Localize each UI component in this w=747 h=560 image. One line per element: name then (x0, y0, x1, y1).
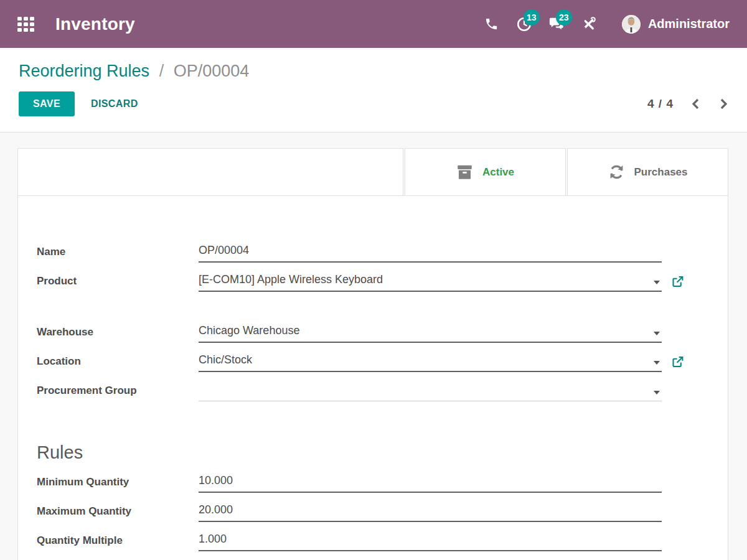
field-row-procurement-group: Procurement Group (37, 372, 728, 401)
product-label: Product (37, 275, 199, 292)
purchases-stat-button[interactable]: Purchases (567, 148, 728, 196)
field-row-location: Location Chic/Stock (37, 343, 728, 372)
pager: 4 / 4 (647, 97, 728, 111)
user-menu[interactable]: Administrator (622, 15, 730, 34)
product-external-link-icon[interactable] (671, 275, 684, 288)
user-name: Administrator (648, 17, 730, 31)
quantity-multiple-input[interactable]: 1.000 (199, 533, 662, 551)
refresh-icon (608, 164, 625, 180)
inventory-app-page: Inventory 13 23 (0, 0, 747, 560)
warehouse-input[interactable]: Chicago Warehouse (199, 324, 662, 343)
location-dropdown-caret-icon[interactable] (654, 361, 660, 365)
maximum-quantity-input[interactable]: 20.000 (199, 503, 662, 522)
phone-icon[interactable] (481, 12, 502, 37)
warehouse-label: Warehouse (37, 326, 199, 343)
pager-count: 4 / 4 (647, 97, 674, 111)
location-label: Location (37, 355, 199, 372)
quantity-multiple-label: Quantity Multiple (37, 534, 199, 551)
save-button[interactable]: SAVE (19, 91, 75, 116)
field-row-warehouse: Warehouse Chicago Warehouse (37, 314, 728, 343)
field-row-maximum-quantity: Maximum Quantity 20.000 (37, 493, 728, 522)
minimum-quantity-label: Minimum Quantity (37, 476, 199, 493)
activities-badge: 13 (524, 9, 540, 26)
pager-next-button[interactable] (718, 98, 728, 110)
control-panel-buttons: SAVE DISCARD 4 / 4 (19, 91, 728, 116)
button-box: Active Purchases (17, 148, 728, 196)
avatar (622, 15, 641, 34)
top-navbar: Inventory 13 23 (0, 0, 747, 48)
field-row-minimum-quantity: Minimum Quantity 10.000 (37, 464, 728, 493)
breadcrumb-parent-link[interactable]: Reordering Rules (19, 62, 149, 80)
product-dropdown-caret-icon[interactable] (654, 281, 660, 284)
breadcrumb-current: OP/00004 (174, 62, 250, 80)
messages-badge: 23 (556, 9, 572, 26)
maximum-quantity-label: Maximum Quantity (37, 505, 199, 522)
messages-icon[interactable]: 23 (546, 12, 567, 37)
product-input[interactable]: [E-COM10] Apple Wireless Keyboard (199, 273, 662, 292)
field-row-name: Name OP/00004 (37, 233, 728, 263)
location-input[interactable]: Chic/Stock (199, 353, 662, 372)
name-input[interactable]: OP/00004 (199, 244, 662, 263)
location-value: Chic/Stock (199, 353, 252, 366)
warehouse-dropdown-caret-icon[interactable] (654, 332, 660, 335)
field-row-quantity-multiple: Quantity Multiple 1.000 (37, 522, 728, 551)
breadcrumb: Reordering Rules / OP/00004 (19, 62, 728, 81)
chevron-left-icon (691, 98, 701, 110)
rules-section-title: Rules (37, 441, 728, 464)
warehouse-value: Chicago Warehouse (199, 324, 299, 337)
archive-box-icon (456, 164, 473, 180)
procurement-group-dropdown-caret-icon[interactable] (654, 391, 660, 394)
apps-menu-icon[interactable] (17, 17, 34, 32)
tools-icon[interactable] (578, 12, 599, 37)
form-view: Active Purchases Name OP/00004 (0, 133, 747, 560)
breadcrumb-separator: / (159, 62, 164, 80)
chevron-right-icon (718, 98, 728, 110)
purchases-stat-label: Purchases (634, 166, 688, 179)
pager-previous-button[interactable] (691, 98, 701, 110)
name-label: Name (37, 246, 199, 263)
sheet-top-spacer (17, 148, 403, 196)
procurement-group-label: Procurement Group (37, 385, 199, 401)
navbar-systray: 13 23 (470, 12, 730, 37)
active-stat-button[interactable]: Active (405, 148, 566, 196)
location-external-link-icon[interactable] (671, 355, 684, 368)
control-panel: Reordering Rules / OP/00004 SAVE DISCARD… (0, 48, 747, 133)
active-stat-label: Active (482, 166, 514, 179)
form-sheet: Name OP/00004 Product [E-COM10] Apple Wi… (17, 195, 728, 560)
discard-button[interactable]: DISCARD (91, 98, 138, 110)
product-value: [E-COM10] Apple Wireless Keyboard (199, 273, 383, 286)
procurement-group-input[interactable] (199, 383, 662, 401)
field-row-product: Product [E-COM10] Apple Wireless Keyboar… (37, 263, 728, 292)
app-title[interactable]: Inventory (55, 14, 135, 34)
minimum-quantity-input[interactable]: 10.000 (199, 474, 662, 493)
activities-icon[interactable]: 13 (514, 12, 535, 37)
